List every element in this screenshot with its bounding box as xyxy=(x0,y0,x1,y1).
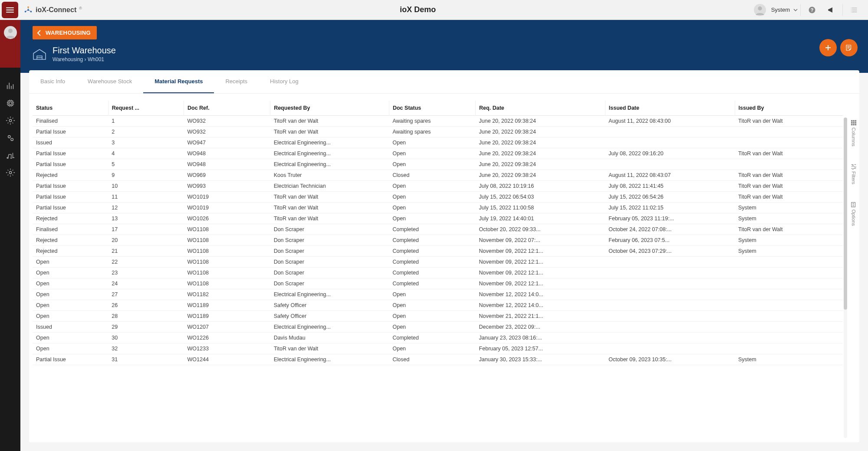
cell-requested_by: Safety Officer xyxy=(270,311,389,322)
col-header-requested_by[interactable]: Requested By xyxy=(270,101,389,116)
tab-basic[interactable]: Basic Info xyxy=(29,70,76,93)
nav-assets[interactable] xyxy=(4,97,16,109)
breadcrumb: Warehousing › Wh001 xyxy=(53,56,116,62)
table-row[interactable]: Partial Issue11WO1019TitoR van der WaltO… xyxy=(33,192,843,203)
col-header-status[interactable]: Status xyxy=(33,101,108,116)
table-row[interactable]: Open30WO1226Davis MudauCompletedJanuary … xyxy=(33,333,843,343)
svg-point-4 xyxy=(758,6,762,10)
cell-issued_date xyxy=(605,300,735,311)
cell-request_no: 2 xyxy=(108,127,184,137)
help-button[interactable]: ? xyxy=(803,1,821,19)
tab-rec[interactable]: Receipts xyxy=(214,70,259,93)
table-row[interactable]: Partial Issue2WO932TitoR van der WaltAwa… xyxy=(33,127,843,137)
cell-request_no: 27 xyxy=(108,289,184,300)
table-row[interactable]: Partial Issue5WO948Electrical Engineerin… xyxy=(33,159,843,170)
table-row[interactable]: Open28WO1189Safety OfficerOpenNovember 2… xyxy=(33,311,843,322)
table-row[interactable]: Rejected9WO969Koos TruterClosedJune 20, … xyxy=(33,170,843,181)
list-toggle-button[interactable] xyxy=(845,1,863,19)
table-row[interactable]: Partial Issue4WO948Electrical Engineerin… xyxy=(33,148,843,159)
table-row[interactable]: Finalised1WO932TitoR van der WaltAwaitin… xyxy=(33,116,843,127)
col-header-request_no[interactable]: Request ... xyxy=(108,101,184,116)
cell-request_no: 12 xyxy=(108,203,184,213)
table-row[interactable]: Rejected20WO1108Don ScraperCompletedNove… xyxy=(33,235,843,246)
scrollbar-thumb[interactable] xyxy=(844,118,847,310)
table-row[interactable]: Partial Issue31WO1244Electrical Engineer… xyxy=(33,354,843,365)
hamburger-menu-button[interactable] xyxy=(2,2,18,18)
table-row[interactable]: Partial Issue12WO1019TitoR van der WaltO… xyxy=(33,203,843,213)
breadcrumb-separator: › xyxy=(85,56,86,62)
table-row[interactable]: Open27WO1182Electrical Engineering...Ope… xyxy=(33,289,843,300)
table-row[interactable]: Partial Issue10WO993Electrician Technici… xyxy=(33,181,843,192)
cell-issued_by: TitoR van der Walt xyxy=(735,181,843,192)
breadcrumb-parent[interactable]: Warehousing xyxy=(53,56,83,62)
filters-tool[interactable]: Filters xyxy=(851,163,857,184)
table-row[interactable]: Issued3WO947Electrical Engineering...Ope… xyxy=(33,137,843,148)
options-tool[interactable]: Options xyxy=(851,202,857,226)
cell-requested_by: Electrical Engineering... xyxy=(270,148,389,159)
separator xyxy=(800,4,801,16)
tab-matreq[interactable]: Material Requests xyxy=(143,70,214,93)
cell-issued_by xyxy=(735,300,843,311)
columns-tool[interactable]: Columns xyxy=(851,120,857,146)
col-header-req_date[interactable]: Req. Date xyxy=(476,101,605,116)
vertical-scrollbar[interactable] xyxy=(844,118,847,438)
cell-issued_date xyxy=(605,159,735,170)
table-row[interactable]: Issued29WO1207Electrical Engineering...O… xyxy=(33,322,843,333)
tab-stock[interactable]: Warehouse Stock xyxy=(76,70,143,93)
note-button[interactable] xyxy=(840,39,858,56)
cell-doc_ref: WO1244 xyxy=(184,354,270,365)
page-header: WAREHOUSING First Warehouse Warehousing … xyxy=(20,20,868,73)
cell-request_no: 29 xyxy=(108,322,184,333)
cell-issued_by xyxy=(735,159,843,170)
cell-doc_status: Open xyxy=(389,148,475,159)
tab-hist[interactable]: History Log xyxy=(259,70,310,93)
nav-maintenance[interactable] xyxy=(4,114,16,127)
user-avatar[interactable] xyxy=(754,4,766,16)
nav-analytics[interactable] xyxy=(4,80,16,92)
cell-status: Open xyxy=(33,257,108,268)
cell-issued_by: TitoR van der Walt xyxy=(735,192,843,203)
cell-issued_by: System xyxy=(735,203,843,213)
announcements-button[interactable] xyxy=(822,1,840,19)
table-row[interactable]: Open26WO1189Safety OfficerOpenNovember 1… xyxy=(33,300,843,311)
col-header-issued_by[interactable]: Issued By xyxy=(735,101,843,116)
table-row[interactable]: Open22WO1108Don ScraperCompletedNovember… xyxy=(33,257,843,268)
sidebar xyxy=(0,20,20,451)
nav-workorders[interactable] xyxy=(4,132,16,144)
table-row[interactable]: Open23WO1108Don ScraperCompletedNovember… xyxy=(33,268,843,278)
svg-rect-18 xyxy=(853,122,855,124)
warehouse-icon xyxy=(33,48,46,60)
cell-doc_status: Completed xyxy=(389,278,475,289)
back-button[interactable]: WAREHOUSING xyxy=(33,26,97,39)
cell-status: Open xyxy=(33,333,108,343)
table-row[interactable]: Finalised17WO1108Don ScraperCompletedOct… xyxy=(33,224,843,235)
cell-request_no: 13 xyxy=(108,213,184,224)
table-row[interactable]: Open24WO1108Don ScraperCompletedNovember… xyxy=(33,278,843,289)
table-row[interactable]: Open32WO1233TitoR van der WaltOpenFebrua… xyxy=(33,343,843,354)
table-row[interactable]: Rejected21WO1108Don ScraperCompletedNove… xyxy=(33,246,843,257)
sidebar-avatar[interactable] xyxy=(4,26,17,39)
gear-stack-icon xyxy=(6,133,15,143)
cell-issued_by: System xyxy=(735,246,843,257)
brand-text: ioX-Connect xyxy=(36,6,76,14)
cell-issued_date xyxy=(605,278,735,289)
cell-request_no: 31 xyxy=(108,354,184,365)
table-row[interactable]: Rejected13WO1026TitoR van der WaltOpenJu… xyxy=(33,213,843,224)
cell-doc_ref: WO1108 xyxy=(184,235,270,246)
cell-status: Partial Issue xyxy=(33,192,108,203)
cell-status: Partial Issue xyxy=(33,354,108,365)
separator xyxy=(842,4,843,16)
cell-doc_ref: WO1108 xyxy=(184,278,270,289)
cell-issued_by xyxy=(735,278,843,289)
nav-settings[interactable] xyxy=(4,167,16,179)
col-header-issued_date[interactable]: Issued Date xyxy=(605,101,735,116)
cell-request_no: 17 xyxy=(108,224,184,235)
chevron-down-icon[interactable] xyxy=(793,8,798,12)
col-header-doc_status[interactable]: Doc Status xyxy=(389,101,475,116)
add-button[interactable] xyxy=(819,39,837,56)
cell-request_no: 26 xyxy=(108,300,184,311)
cell-request_no: 32 xyxy=(108,343,184,354)
nav-warehousing[interactable] xyxy=(4,149,16,161)
col-header-doc_ref[interactable]: Doc Ref. xyxy=(184,101,270,116)
cell-doc_ref: WO1189 xyxy=(184,300,270,311)
